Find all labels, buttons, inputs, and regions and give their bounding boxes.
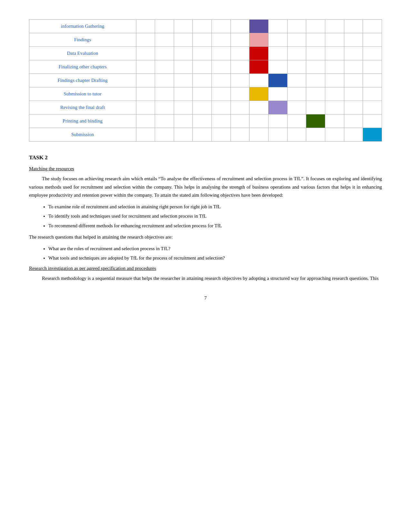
gantt-cell	[363, 128, 382, 142]
gantt-cell	[155, 128, 174, 142]
gantt-cell	[344, 47, 363, 60]
gantt-cell	[193, 60, 212, 74]
gantt-cell	[193, 87, 212, 101]
gantt-cell	[230, 114, 250, 128]
gantt-cell	[230, 101, 250, 114]
gantt-cell	[344, 101, 363, 114]
gantt-cell	[250, 33, 269, 47]
gantt-cell	[155, 47, 174, 60]
gantt-cell	[363, 87, 382, 101]
gantt-cell	[306, 33, 325, 47]
gantt-cell	[287, 128, 306, 142]
gantt-cell	[325, 74, 344, 87]
gantt-cell	[268, 114, 287, 128]
gantt-cell	[136, 87, 155, 101]
gantt-cell	[306, 114, 325, 128]
gantt-row-label: Submission to tutor	[29, 87, 136, 101]
gantt-cell	[155, 60, 174, 74]
gantt-cell	[287, 60, 306, 74]
matching-resources-heading: Matching the resources	[29, 166, 382, 172]
gantt-cell	[250, 128, 269, 142]
heading2: Research investigation as per agreed spe…	[29, 266, 382, 271]
gantt-cell	[155, 101, 174, 114]
gantt-cell	[230, 47, 250, 60]
gantt-cell	[136, 74, 155, 87]
gantt-cell	[174, 60, 193, 74]
gantt-cell	[363, 33, 382, 47]
gantt-cell	[268, 47, 287, 60]
objective-item: To recommend different methods for enhan…	[48, 222, 382, 230]
research-question-item: What are the roles of recruitment and se…	[48, 245, 382, 253]
page-number: 7	[29, 295, 382, 301]
gantt-cell	[136, 114, 155, 128]
gantt-cell	[155, 114, 174, 128]
task2-section: TASK 2 Matching the resources The study …	[29, 154, 382, 282]
gantt-cell	[250, 114, 269, 128]
gantt-cell	[287, 20, 306, 33]
gantt-cell	[268, 87, 287, 101]
gantt-cell	[193, 101, 212, 114]
gantt-cell	[344, 128, 363, 142]
gantt-cell	[174, 33, 193, 47]
gantt-row-label: information Gathering	[29, 20, 136, 33]
gantt-cell	[212, 101, 231, 114]
gantt-row-label: Submission	[29, 128, 136, 142]
gantt-cell	[230, 128, 250, 142]
gantt-row-label: Finalizing other chapters	[29, 60, 136, 74]
gantt-cell	[174, 114, 193, 128]
gantt-cell	[193, 33, 212, 47]
gantt-cell	[344, 20, 363, 33]
gantt-row-label: Printing and binding	[29, 114, 136, 128]
gantt-cell	[174, 128, 193, 142]
gantt-cell	[268, 74, 287, 87]
gantt-cell	[230, 87, 250, 101]
gantt-cell	[155, 20, 174, 33]
gantt-cell	[136, 60, 155, 74]
gantt-cell	[344, 33, 363, 47]
gantt-cell	[174, 101, 193, 114]
gantt-cell	[325, 101, 344, 114]
gantt-cell	[287, 114, 306, 128]
gantt-cell	[306, 128, 325, 142]
gantt-cell	[155, 33, 174, 47]
research-question-item: What tools and techniques are adopted by…	[48, 254, 382, 262]
gantt-cell	[250, 20, 269, 33]
gantt-cell	[136, 128, 155, 142]
gantt-cell	[344, 114, 363, 128]
gantt-cell	[212, 74, 231, 87]
gantt-cell	[250, 74, 269, 87]
gantt-cell	[287, 33, 306, 47]
gantt-cell	[325, 47, 344, 60]
gantt-cell	[250, 47, 269, 60]
gantt-cell	[306, 87, 325, 101]
gantt-cell	[287, 74, 306, 87]
gantt-cell	[212, 47, 231, 60]
gantt-cell	[306, 47, 325, 60]
gantt-row-label: Findings	[29, 33, 136, 47]
gantt-table: information GatheringFindingsData Evalua…	[29, 19, 382, 142]
gantt-cell	[174, 74, 193, 87]
gantt-row-label: Revising the final draft	[29, 101, 136, 114]
gantt-cell	[306, 74, 325, 87]
gantt-cell	[287, 47, 306, 60]
gantt-cell	[212, 20, 231, 33]
gantt-cell	[363, 20, 382, 33]
gantt-cell	[212, 87, 231, 101]
objective-item: To identify tools and techniques used fo…	[48, 212, 382, 221]
gantt-cell	[344, 87, 363, 101]
gantt-cell	[306, 20, 325, 33]
gantt-cell	[136, 20, 155, 33]
gantt-cell	[230, 74, 250, 87]
gantt-cell	[250, 101, 269, 114]
gantt-cell	[155, 87, 174, 101]
gantt-cell	[287, 87, 306, 101]
gantt-cell	[306, 101, 325, 114]
gantt-cell	[136, 33, 155, 47]
gantt-cell	[325, 114, 344, 128]
gantt-cell	[193, 114, 212, 128]
gantt-cell	[268, 33, 287, 47]
gantt-cell	[136, 47, 155, 60]
gantt-cell	[268, 20, 287, 33]
gantt-cell	[325, 128, 344, 142]
gantt-cell	[306, 60, 325, 74]
